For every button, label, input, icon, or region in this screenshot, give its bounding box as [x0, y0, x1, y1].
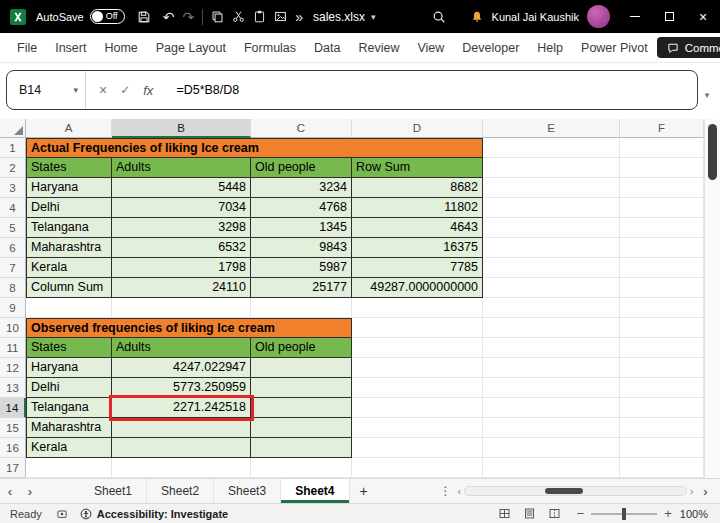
cell-E8[interactable]	[483, 278, 620, 298]
row-header-7[interactable]: 7	[0, 258, 26, 278]
maximize-button[interactable]	[652, 0, 686, 33]
cut-icon[interactable]	[232, 10, 245, 23]
cell-D12[interactable]	[352, 358, 483, 378]
sheet-nav-right-icon[interactable]: ›	[20, 479, 40, 503]
column-header-C[interactable]: C	[251, 119, 352, 138]
cell-A17[interactable]	[26, 458, 112, 478]
notification-bell-icon[interactable]	[470, 10, 484, 24]
cell-B7[interactable]: 1798	[112, 258, 251, 278]
cell-A12[interactable]: Haryana	[26, 358, 112, 378]
cell-D6[interactable]: 16375	[352, 238, 483, 258]
cell-F15[interactable]	[620, 418, 704, 438]
cell-B14[interactable]: 2271.242518	[112, 398, 251, 418]
cell-C5[interactable]: 1345	[251, 218, 352, 238]
cell-C11[interactable]: Old people	[251, 338, 352, 358]
cell-C8[interactable]: 25177	[251, 278, 352, 298]
confirm-entry-icon[interactable]: ✓	[120, 83, 130, 97]
cell-C16[interactable]	[251, 438, 352, 458]
zoom-in-icon[interactable]: +	[664, 506, 672, 521]
cell-F16[interactable]	[620, 438, 704, 458]
menu-tab-formulas[interactable]: Formulas	[235, 33, 305, 63]
cell-E15[interactable]	[483, 418, 620, 438]
row-header-16[interactable]: 16	[0, 438, 26, 458]
zoom-out-icon[interactable]: −	[577, 506, 585, 521]
cell-C14[interactable]	[251, 398, 352, 418]
row-header-12[interactable]: 12	[0, 358, 26, 378]
cell-F6[interactable]	[620, 238, 704, 258]
cell-A7[interactable]: Kerala	[26, 258, 112, 278]
cell-F5[interactable]	[620, 218, 704, 238]
sheet-tab-sheet3[interactable]: Sheet3	[214, 479, 281, 503]
row-header-15[interactable]: 15	[0, 418, 26, 438]
user-name[interactable]: Kunal Jai Kaushik	[492, 11, 579, 23]
macro-record-icon[interactable]	[56, 508, 68, 520]
redo-icon[interactable]: ↷	[182, 10, 194, 24]
cell-B4[interactable]: 7034	[112, 198, 251, 218]
cell-D15[interactable]	[352, 418, 483, 438]
cell-A14[interactable]: Telangana	[26, 398, 112, 418]
cell-E11[interactable]	[483, 338, 620, 358]
page-break-view-icon[interactable]	[548, 507, 561, 520]
search-icon[interactable]	[432, 10, 446, 24]
cell-F14[interactable]	[620, 398, 704, 418]
zoom-slider[interactable]	[591, 513, 657, 515]
name-box[interactable]: B14 ▾	[7, 71, 85, 109]
cell-A8[interactable]: Column Sum	[26, 278, 112, 298]
hscroll-track[interactable]	[464, 486, 687, 496]
comments-button[interactable]: Comments	[657, 37, 720, 58]
cell-C17[interactable]	[251, 458, 352, 478]
row-header-8[interactable]: 8	[0, 278, 26, 298]
cell-C13[interactable]	[251, 378, 352, 398]
sheet-nav-left-icon[interactable]: ‹	[0, 479, 20, 503]
cell-D13[interactable]	[352, 378, 483, 398]
cell-A4[interactable]: Delhi	[26, 198, 112, 218]
cell-D8[interactable]: 49287.0000000000	[352, 278, 483, 298]
row-header-14[interactable]: 14	[0, 398, 26, 418]
hscroll-thumb[interactable]	[545, 488, 583, 494]
autosave-toggle[interactable]: Off	[90, 9, 125, 24]
row-header-5[interactable]: 5	[0, 218, 26, 238]
save-icon[interactable]	[137, 10, 151, 24]
cell-F9[interactable]	[620, 298, 704, 318]
column-header-D[interactable]: D	[352, 119, 483, 138]
cell-A5[interactable]: Telangana	[26, 218, 112, 238]
cell-C15[interactable]	[251, 418, 352, 438]
cell-E10[interactable]	[483, 318, 620, 338]
cell-F4[interactable]	[620, 198, 704, 218]
row-header-11[interactable]: 11	[0, 338, 26, 358]
menu-tab-help[interactable]: Help	[528, 33, 572, 63]
tab-bar-nav-right-icon[interactable]: ›	[696, 479, 716, 503]
sheet-tab-sheet4[interactable]: Sheet4	[281, 479, 349, 503]
cell-E13[interactable]	[483, 378, 620, 398]
row-header-1[interactable]: 1	[0, 138, 26, 158]
sheet-tab-sheet1[interactable]: Sheet1	[80, 479, 147, 503]
zoom-level[interactable]: 100%	[680, 508, 708, 520]
sheet-tab-sheet2[interactable]: Sheet2	[147, 479, 214, 503]
cell-A2[interactable]: States	[26, 158, 112, 178]
cell-B5[interactable]: 3298	[112, 218, 251, 238]
row-header-10[interactable]: 10	[0, 318, 26, 338]
cell-F2[interactable]	[620, 158, 704, 178]
cell-A6[interactable]: Maharashtra	[26, 238, 112, 258]
cell-C7[interactable]: 5987	[251, 258, 352, 278]
page-layout-view-icon[interactable]	[523, 507, 536, 520]
select-all-corner[interactable]	[0, 119, 26, 138]
cell-E9[interactable]	[483, 298, 620, 318]
cell-A16[interactable]: Kerala	[26, 438, 112, 458]
avatar[interactable]	[587, 5, 610, 28]
cell-C4[interactable]: 4768	[251, 198, 352, 218]
vertical-scrollbar[interactable]	[704, 119, 720, 478]
cell-D2[interactable]: Row Sum	[352, 158, 483, 178]
cell-E6[interactable]	[483, 238, 620, 258]
cell-B12[interactable]: 4247.022947	[112, 358, 251, 378]
cell-E16[interactable]	[483, 438, 620, 458]
cell-E14[interactable]	[483, 398, 620, 418]
column-header-B[interactable]: B	[112, 119, 251, 138]
cell-D16[interactable]	[352, 438, 483, 458]
menu-tab-file[interactable]: File	[8, 33, 46, 63]
normal-view-icon[interactable]	[498, 507, 511, 520]
cell-E4[interactable]	[483, 198, 620, 218]
cell-F11[interactable]	[620, 338, 704, 358]
cell-B13[interactable]: 5773.250959	[112, 378, 251, 398]
cell-A15[interactable]: Maharashtra	[26, 418, 112, 438]
